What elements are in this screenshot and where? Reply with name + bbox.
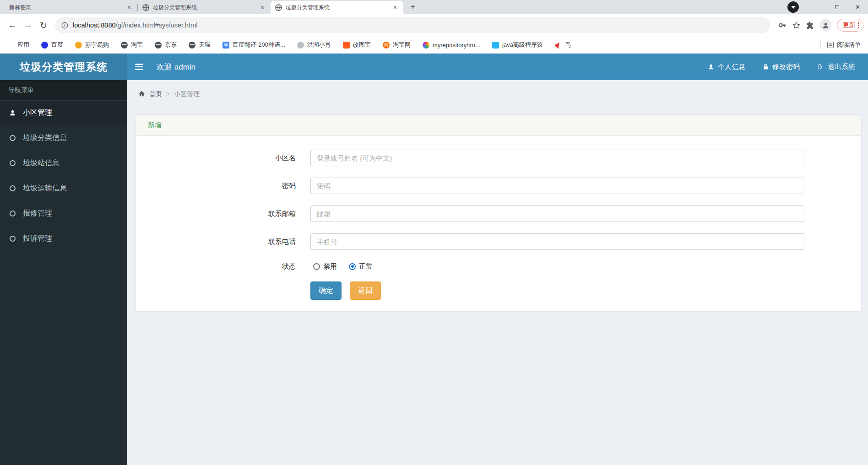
forward-button[interactable]: → xyxy=(20,17,36,33)
app-header: 垃圾分类管理系统 欢迎 admin 个人信息 修改密码 退出系统 xyxy=(0,54,868,80)
back-button[interactable]: ← xyxy=(5,17,20,33)
email-input[interactable] xyxy=(310,205,804,222)
sidebar-item-label: 垃圾运输信息 xyxy=(23,184,67,193)
reading-list-button[interactable]: 阅读清单 xyxy=(827,41,861,49)
radio-checked-icon[interactable] xyxy=(349,263,356,270)
bookmark-label: 淘宝 xyxy=(131,41,143,49)
new-tab-button[interactable]: + xyxy=(407,1,419,13)
bookmark-tmall[interactable]: 天猫 xyxy=(189,41,211,49)
bookmark-gaitubao[interactable]: 改图宝 xyxy=(343,41,371,49)
tab-new-tab-page[interactable]: 新标签页 ✕ xyxy=(5,1,137,14)
sidebar-item-label: 垃圾站信息 xyxy=(23,158,60,168)
bookmark-label: 改图宝 xyxy=(353,41,371,49)
minimize-button[interactable] xyxy=(806,0,827,14)
sidebar-item-repair-management[interactable]: 报修管理 xyxy=(0,201,127,226)
bookmark-jd[interactable]: 京东 xyxy=(155,41,177,49)
profile-link[interactable]: 个人信息 xyxy=(708,63,745,71)
bookmark-bird[interactable]: 鸟 xyxy=(555,41,571,49)
bookmark-baidu-translate[interactable]: 译百度翻译-200种语... xyxy=(222,41,285,49)
sidebar-item-label: 报修管理 xyxy=(23,209,52,218)
breadcrumb-separator: > xyxy=(166,90,170,97)
password-input[interactable] xyxy=(310,178,804,194)
form-row-status: 状态 禁用 正常 xyxy=(136,261,861,271)
bookmark-apps[interactable]: 应用 xyxy=(7,41,29,49)
circle-o-icon xyxy=(9,185,16,191)
bookmark-label: 鸟 xyxy=(565,41,571,49)
field-label: 密码 xyxy=(136,178,303,194)
bird-favicon-icon xyxy=(555,42,562,49)
reading-list-label: 阅读清单 xyxy=(837,41,861,49)
bookmark-taobao-site[interactable]: 淘淘宝网 xyxy=(383,41,411,49)
back-button-form[interactable]: 返回 xyxy=(350,281,381,300)
radio-option-disabled[interactable]: 禁用 xyxy=(313,262,337,271)
app-logo[interactable]: 垃圾分类管理系统 xyxy=(0,54,127,80)
menu-kebab-icon[interactable] xyxy=(858,22,859,28)
maximize-button[interactable] xyxy=(827,0,847,14)
window-controls: ✕ xyxy=(787,0,868,14)
bookmark-star-icon[interactable] xyxy=(789,18,803,32)
bookmark-label: 淘宝网 xyxy=(393,41,411,49)
chrome-update-button[interactable]: 更新 xyxy=(837,19,863,32)
bookmark-java[interactable]: java高级程序猿 xyxy=(492,41,543,49)
bookmark-suning[interactable]: 苏宁易购 xyxy=(75,41,109,49)
sidebar-toggle-button[interactable] xyxy=(127,54,150,80)
bookmark-baidu[interactable]: 百度 xyxy=(41,41,63,49)
confirm-button[interactable]: 确定 xyxy=(310,281,342,300)
tab-garbage-system-1[interactable]: 垃圾分类管理系统 ✕ xyxy=(138,1,271,14)
globe-favicon-icon xyxy=(275,4,282,11)
sidebar-item-garbage-station[interactable]: 垃圾站信息 xyxy=(0,151,127,176)
status-radio-group: 禁用 正常 xyxy=(313,262,373,271)
gaitubao-favicon-icon xyxy=(343,42,350,49)
bookmark-label: java高级程序猿 xyxy=(502,41,543,49)
breadcrumb-home[interactable]: 首页 xyxy=(149,90,162,98)
sidebar-item-community-management[interactable]: 小区管理 xyxy=(0,100,127,125)
info-icon[interactable] xyxy=(61,22,68,29)
url-host: localhost:8080 xyxy=(73,22,116,29)
caret-down-icon xyxy=(791,6,796,9)
field-label: 联系电话 xyxy=(136,233,303,250)
sidebar-item-garbage-transport[interactable]: 垃圾运输信息 xyxy=(0,176,127,201)
extensions-puzzle-icon[interactable] xyxy=(803,18,817,32)
browser-toolbar: ← → ↻ localhost:8080/gf/index.html#sys/u… xyxy=(0,14,868,37)
bookmark-myrepository[interactable]: myrepository/tru... xyxy=(423,42,480,49)
close-window-button[interactable]: ✕ xyxy=(847,0,868,14)
divider xyxy=(820,41,821,49)
sidebar-item-garbage-classification[interactable]: 垃圾分类信息 xyxy=(0,125,127,151)
suning-favicon-icon xyxy=(75,42,82,49)
honghu-favicon-icon xyxy=(297,42,304,49)
tab-garbage-system-2-active[interactable]: 垃圾分类管理系统 ✕ xyxy=(271,1,403,14)
bookmark-label: myrepository/tru... xyxy=(433,42,480,49)
baidu-favicon-icon xyxy=(41,42,48,49)
tab-close-icon[interactable]: ✕ xyxy=(259,4,266,11)
form-buttons: 确定 返回 xyxy=(310,281,861,300)
home-icon[interactable] xyxy=(138,90,145,97)
radio-option-normal[interactable]: 正常 xyxy=(349,262,373,271)
tab-close-icon[interactable]: ✕ xyxy=(391,4,399,11)
community-name-input[interactable] xyxy=(310,150,804,166)
globe-favicon-icon xyxy=(155,42,162,49)
taobao-favicon-icon: 淘 xyxy=(383,42,390,49)
address-bar[interactable]: localhost:8080/gf/index.html#sys/user.ht… xyxy=(55,17,770,33)
password-key-icon[interactable] xyxy=(776,18,789,32)
sidebar: 导航菜单 小区管理 垃圾分类信息 垃圾站信息 垃圾运输信息 报修管理 投诉管理 xyxy=(0,80,127,465)
bookmark-label: 苏宁易购 xyxy=(85,41,109,49)
circle-o-icon xyxy=(9,135,16,141)
sidebar-item-complaint-management[interactable]: 投诉管理 xyxy=(0,226,127,251)
logout-link[interactable]: 退出系统 xyxy=(817,63,855,71)
translate-favicon-icon: 译 xyxy=(222,42,229,49)
change-password-link[interactable]: 修改密码 xyxy=(763,63,800,71)
phone-input[interactable] xyxy=(310,233,804,250)
reload-button[interactable]: ↻ xyxy=(36,17,51,33)
bookmark-taobao[interactable]: 淘宝 xyxy=(121,41,143,49)
field-label: 小区名 xyxy=(136,150,303,166)
profile-avatar[interactable] xyxy=(819,19,831,31)
media-controls-button[interactable] xyxy=(787,1,799,13)
radio-unchecked-icon[interactable] xyxy=(313,263,320,270)
bookmark-label: 百度 xyxy=(51,41,63,49)
tab-title: 新标签页 xyxy=(9,4,122,11)
panel-header: 新增 xyxy=(136,115,861,136)
tab-close-icon[interactable]: ✕ xyxy=(125,4,133,11)
globe-favicon-icon xyxy=(142,4,149,11)
bookmark-honghu[interactable]: 洪湖小肖 xyxy=(297,41,331,49)
bookmarks-bar-right: 阅读清单 xyxy=(820,41,861,49)
